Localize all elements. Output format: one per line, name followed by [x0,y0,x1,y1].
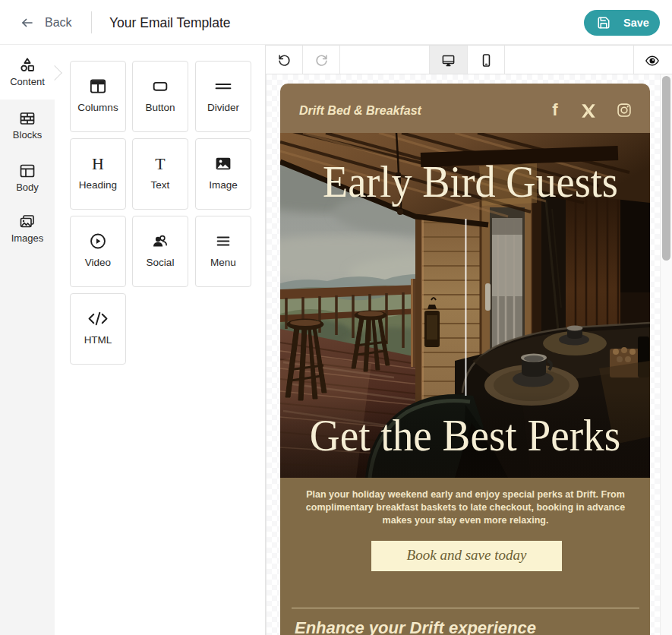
svg-text:f: f [552,101,558,119]
svg-text:T: T [155,155,165,173]
svg-text:H: H [92,155,104,173]
